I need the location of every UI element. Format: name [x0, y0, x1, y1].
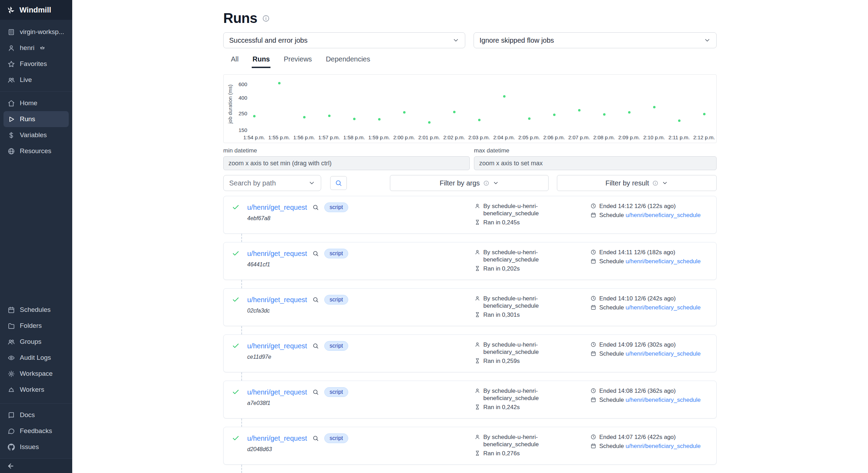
- user-icon: [475, 434, 480, 440]
- run-path-link[interactable]: u/henri/get_request: [247, 434, 307, 442]
- run-path-link[interactable]: u/henri/get_request: [247, 250, 307, 258]
- chart-point: [678, 119, 681, 122]
- schedule-link[interactable]: u/henri/beneficiary_schedule: [626, 212, 701, 218]
- chart-point: [603, 113, 606, 116]
- sidebar-item-schedules[interactable]: Schedules: [3, 302, 69, 318]
- run-ended-at: Ended 14:11 12/6 (182s ago): [599, 249, 675, 256]
- chevron-down-icon: [662, 180, 668, 186]
- clock-icon: [591, 342, 596, 347]
- max-datetime-input[interactable]: [474, 156, 717, 170]
- run-path-col: u/henri/get_requestscript46441cf1: [247, 249, 475, 268]
- run-kind-badge: script: [324, 249, 348, 258]
- chart-point: [278, 82, 281, 84]
- collapse-sidebar-icon[interactable]: [7, 462, 15, 470]
- run-path-link[interactable]: u/henri/get_request: [247, 204, 307, 211]
- chart-x-tick: 2:02 p.m.: [443, 134, 465, 140]
- schedule-link[interactable]: u/henri/beneficiary_schedule: [626, 443, 701, 449]
- search-icon[interactable]: [312, 250, 319, 257]
- sidebar-item-issues[interactable]: Issues: [3, 439, 69, 455]
- run-path-link[interactable]: u/henri/get_request: [247, 342, 307, 350]
- run-id: d2048d63: [247, 446, 475, 453]
- sidebar-item-workspace[interactable]: Workspace: [3, 366, 69, 382]
- tabs: AllRunsPreviewsDependencies: [223, 52, 717, 68]
- brand[interactable]: Windmill: [0, 0, 72, 20]
- sidebar-item-variables[interactable]: Variables: [3, 127, 69, 143]
- sidebar-item-groups[interactable]: Groups: [3, 334, 69, 350]
- sidebar-item-label: Folders: [20, 322, 42, 330]
- sidebar-item-henri[interactable]: henri: [3, 40, 69, 56]
- run-path-link[interactable]: u/henri/get_request: [247, 388, 307, 396]
- search-icon[interactable]: [312, 389, 319, 395]
- run-card[interactable]: u/henri/get_requestscript46441cf1By sche…: [223, 242, 717, 280]
- chart-x-tick: 2:03 p.m.: [468, 134, 490, 140]
- sidebar-item-audit-logs[interactable]: Audit Logs: [3, 350, 69, 366]
- calendar-icon: [591, 258, 596, 264]
- min-datetime-label: min datetime: [223, 147, 470, 154]
- sidebar-item-runs[interactable]: Runs: [3, 111, 69, 127]
- run-meta-col: By schedule-u-henri-beneficiary_schedule…: [475, 295, 591, 320]
- run-path-col: u/henri/get_requestscriptce11d97e: [247, 341, 475, 360]
- chevron-down-icon: [704, 37, 711, 44]
- calendar-icon: [591, 212, 596, 218]
- group-icon: [8, 338, 15, 346]
- chevron-down-icon: [493, 180, 499, 186]
- chart-x-tick: 2:12 p.m.: [693, 134, 715, 140]
- run-triggered-by: By schedule-u-henri-beneficiary_schedule: [483, 341, 554, 356]
- run-card[interactable]: u/henri/get_requestscriptd2048d63By sche…: [223, 427, 717, 465]
- skipped-flows-select[interactable]: Ignore skipped flow jobs: [474, 32, 717, 48]
- timeline-connector: [241, 326, 717, 334]
- search-button[interactable]: [330, 176, 347, 190]
- schedule-link[interactable]: u/henri/beneficiary_schedule: [626, 397, 701, 403]
- tab-runs[interactable]: Runs: [252, 52, 270, 68]
- timeline-connector: [241, 280, 717, 288]
- sidebar-item-label: Workspace: [20, 370, 53, 377]
- run-card[interactable]: u/henri/get_requestscripta7e038f1By sche…: [223, 381, 717, 418]
- sidebar-item-resources[interactable]: Resources: [3, 143, 69, 159]
- search-icon[interactable]: [312, 343, 319, 349]
- run-duration: Ran in 0,276s: [483, 450, 520, 457]
- run-card[interactable]: u/henri/get_requestscript4ebf67a8By sche…: [223, 196, 717, 234]
- tab-all[interactable]: All: [230, 52, 239, 68]
- filter-by-result-button[interactable]: Filter by result: [557, 175, 717, 191]
- tab-previews[interactable]: Previews: [283, 52, 312, 68]
- min-datetime-field: min datetime: [223, 147, 470, 170]
- duration-chart[interactable]: job duration (ms) 6004002501501:54 p.m.1…: [223, 74, 717, 143]
- user-icon: [475, 249, 480, 255]
- tab-dependencies[interactable]: Dependencies: [325, 52, 371, 68]
- chart-x-tick: 1:57 p.m.: [318, 134, 340, 140]
- search-by-path-select[interactable]: Search by path: [223, 175, 321, 191]
- run-path-link[interactable]: u/henri/get_request: [247, 296, 307, 304]
- run-id: a7e038f1: [247, 400, 475, 406]
- clock-icon: [591, 296, 596, 301]
- sidebar-item-virgin-worksp[interactable]: virgin-worksp...: [3, 24, 69, 40]
- sidebar-item-folders[interactable]: Folders: [3, 318, 69, 334]
- filter-by-args-button[interactable]: Filter by args: [390, 175, 549, 191]
- search-icon[interactable]: [312, 204, 319, 210]
- search-icon[interactable]: [312, 297, 319, 303]
- chart-x-tick: 2:01 p.m.: [418, 134, 440, 140]
- top-filter-row: Successful and error jobs Ignore skipped…: [223, 32, 717, 48]
- run-card[interactable]: u/henri/get_requestscript02cfa3dcBy sche…: [223, 288, 717, 326]
- home-icon: [8, 100, 15, 107]
- schedule-link[interactable]: u/henri/beneficiary_schedule: [626, 304, 701, 311]
- sidebar-item-docs[interactable]: Docs: [3, 407, 69, 423]
- schedule-link[interactable]: u/henri/beneficiary_schedule: [626, 350, 701, 357]
- chart-point: [253, 115, 256, 117]
- check-icon: [232, 434, 240, 442]
- sidebar-item-live[interactable]: Live: [3, 72, 69, 88]
- schedule-link[interactable]: u/henri/beneficiary_schedule: [626, 258, 701, 265]
- run-card[interactable]: u/henri/get_requestscriptce11d97eBy sche…: [223, 334, 717, 372]
- sidebar-item-label: virgin-worksp...: [20, 28, 64, 36]
- run-duration: Ran in 0,301s: [483, 311, 520, 318]
- sidebar-item-home[interactable]: Home: [3, 95, 69, 111]
- run-path-col: u/henri/get_requestscriptd2048d63: [247, 433, 475, 453]
- search-icon[interactable]: [312, 435, 319, 441]
- sidebar-item-workers[interactable]: Workers: [3, 382, 69, 398]
- min-datetime-input[interactable]: [223, 156, 470, 170]
- sidebar-item-favorites[interactable]: Favorites: [3, 56, 69, 72]
- info-icon[interactable]: [262, 15, 270, 22]
- chart-point: [403, 111, 406, 114]
- run-ended-col: Ended 14:11 12/6 (182s ago)Schedule u/he…: [591, 249, 713, 267]
- job-status-select[interactable]: Successful and error jobs: [223, 32, 465, 48]
- sidebar-item-feedbacks[interactable]: Feedbacks: [3, 423, 69, 439]
